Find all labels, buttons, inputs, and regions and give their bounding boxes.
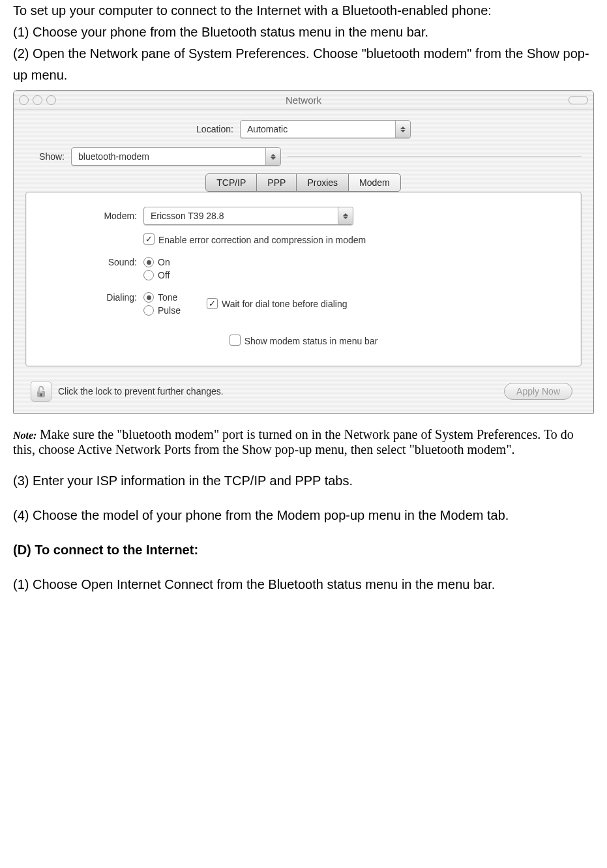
show-value: bluetooth-modem xyxy=(72,151,265,162)
note-label: Note: xyxy=(13,430,37,441)
chevron-updown-icon xyxy=(338,207,353,224)
sound-off-radio[interactable]: Off xyxy=(143,270,170,280)
network-window: Network Location: Automatic Show: blueto… xyxy=(13,90,594,414)
tab-modem[interactable]: Modem xyxy=(348,173,401,192)
dialing-label: Dialing: xyxy=(39,292,143,303)
tab-tcpip[interactable]: TCP/IP xyxy=(205,173,257,192)
radio-icon xyxy=(143,305,154,316)
modem-popup[interactable]: Ericsson T39 28.8 xyxy=(143,207,353,225)
radio-icon xyxy=(143,257,154,267)
dial-tone-radio[interactable]: Tone xyxy=(143,292,181,303)
lock-text: Click the lock to prevent further change… xyxy=(58,386,224,397)
wait-dialtone-checkbox[interactable]: Wait for dial tone before dialing xyxy=(207,292,347,316)
lock-icon: 🔓 xyxy=(35,385,48,398)
tab-proxies[interactable]: Proxies xyxy=(296,173,349,192)
toolbar-toggle-icon[interactable] xyxy=(569,96,588,104)
d-step1: (1) Choose Open Internet Connect from th… xyxy=(13,574,594,595)
sound-on-radio[interactable]: On xyxy=(143,257,170,267)
errcomp-label: Enable error correction and compression … xyxy=(158,235,366,245)
intro: To set up your computer to connect to th… xyxy=(13,0,594,22)
modem-tab-pane: Modem: Ericsson T39 28.8 Enable error co… xyxy=(25,192,582,367)
window-titlebar: Network xyxy=(14,91,593,110)
location-value: Automatic xyxy=(241,124,395,134)
checkbox-icon xyxy=(207,298,218,309)
radio-icon xyxy=(143,292,154,303)
radio-icon xyxy=(143,270,154,280)
chevron-updown-icon xyxy=(265,148,280,165)
window-title: Network xyxy=(14,95,593,106)
modem-value: Ericsson T39 28.8 xyxy=(144,211,338,221)
error-correction-checkbox[interactable]: Enable error correction and compression … xyxy=(143,234,366,245)
checkbox-icon xyxy=(143,233,155,245)
note-paragraph: Note: Make sure the "bluetooth modem" po… xyxy=(13,427,594,457)
divider xyxy=(288,157,582,157)
location-label: Location: xyxy=(196,124,240,134)
lock-button[interactable]: 🔓 xyxy=(31,381,52,402)
location-popup[interactable]: Automatic xyxy=(240,120,411,138)
step2: (2) Open the Network pane of System Pref… xyxy=(13,43,594,86)
show-modem-status-checkbox[interactable]: Show modem status in menu bar xyxy=(229,335,378,346)
chevron-updown-icon xyxy=(395,121,410,138)
tab-bar: TCP/IP PPP Proxies Modem xyxy=(25,173,582,192)
step1: (1) Choose your phone from the Bluetooth… xyxy=(13,22,594,43)
dial-pulse-radio[interactable]: Pulse xyxy=(143,305,181,316)
modem-label: Modem: xyxy=(39,211,143,221)
step4: (4) Choose the model of your phone from … xyxy=(13,505,594,526)
step3: (3) Enter your ISP information in the TC… xyxy=(13,470,594,492)
apply-now-button[interactable]: Apply Now xyxy=(504,383,572,400)
checkbox-icon xyxy=(229,335,241,346)
tab-ppp[interactable]: PPP xyxy=(256,173,297,192)
show-label: Show: xyxy=(25,151,71,162)
sound-label: Sound: xyxy=(39,257,143,267)
show-popup[interactable]: bluetooth-modem xyxy=(71,147,281,166)
section-d-heading: (D) To connect to the Internet: xyxy=(13,539,594,561)
note-body: Make sure the "bluetooth modem" port is … xyxy=(13,427,574,456)
doc-intro-block: To set up your computer to connect to th… xyxy=(13,0,594,86)
